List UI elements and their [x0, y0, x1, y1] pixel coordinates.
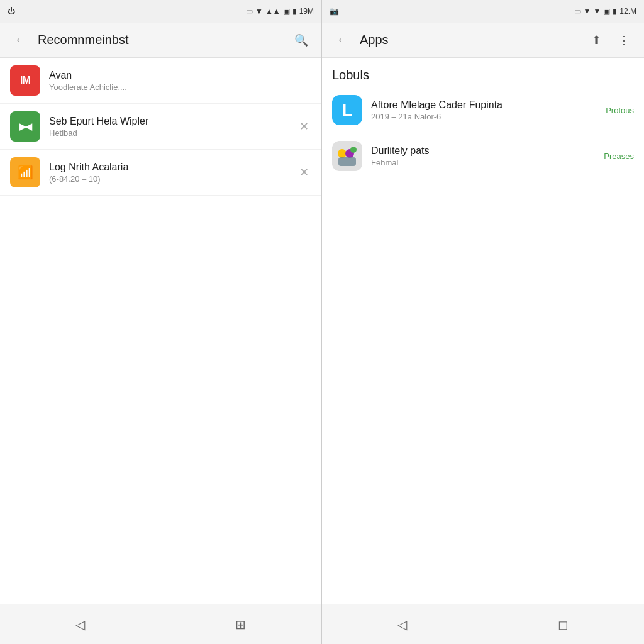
back-button-right[interactable]: ← — [332, 30, 352, 50]
back-nav-button-right[interactable]: ◁ — [382, 612, 422, 637]
recommendations-list: IM Avan Yoodlerate Achiclie.... ▶◀ Seb E… — [0, 58, 321, 604]
list-item[interactable]: L Aftore Mlelage Cader Fupinta 2019 – 21… — [322, 87, 644, 133]
home-nav-button[interactable]: ⊞ — [220, 612, 261, 637]
battery-icon: ▮ — [292, 7, 297, 16]
page-title-left: Recomnmeinbst — [38, 33, 284, 47]
item-title: Seb Epurt Hela Wipler — [49, 116, 288, 127]
recents-nav-button[interactable]: ◻ — [543, 612, 584, 637]
item-title: Durlitely pats — [371, 145, 595, 157]
svg-point-1 — [338, 149, 347, 158]
share-button[interactable]: ⬆ — [586, 30, 606, 50]
signal-icon: ▲▲ — [265, 7, 280, 16]
list-item[interactable]: IM Avan Yoodlerate Achiclie.... — [0, 58, 321, 104]
more-button[interactable]: ⋮ — [614, 30, 634, 50]
item-subtitle: Fehmal — [371, 158, 595, 167]
status-left-right: 📷 — [330, 7, 339, 16]
wifi-icon2: ▼ — [584, 7, 591, 16]
item-subtitle: (6-84.20 – 10) — [49, 174, 288, 184]
item-text-avan: Avan Yoodlerate Achiclie.... — [49, 70, 311, 92]
apps-list: L Aftore Mlelage Cader Fupinta 2019 – 21… — [322, 87, 644, 604]
close-button[interactable]: ✕ — [297, 117, 311, 136]
close-button[interactable]: ✕ — [297, 163, 311, 182]
back-nav-button[interactable]: ◁ — [60, 612, 100, 637]
app-bar-right: ← Apps ⬆ ⋮ — [322, 23, 644, 58]
status-left-icons: ⏻ — [8, 7, 15, 16]
status-bar-left: ⏻ ▭ ▼ ▲▲ ▣ ▮ 19M — [0, 0, 321, 23]
list-item[interactable]: Durlitely pats Fehmal Preases — [322, 133, 644, 179]
item-subtitle: 2019 – 21a Nalor-6 — [371, 112, 597, 121]
app-icon-l: L — [332, 95, 362, 125]
app-badge: Preases — [604, 152, 634, 161]
app-icon-log: 📶 — [10, 157, 40, 187]
svg-point-4 — [350, 147, 357, 153]
power-icon: ⏻ — [8, 7, 15, 16]
status-right-right: ▭ ▼ ▼ ▣ ▮ 12.M — [574, 7, 636, 16]
status-right-info: ▭ ▼ ▲▲ ▣ ▮ 19M — [246, 7, 314, 16]
search-button[interactable]: 🔍 — [291, 30, 311, 50]
data-label: 19M — [299, 7, 314, 16]
page-title-right: Apps — [360, 33, 579, 47]
bottom-nav-left: ◁ ⊞ — [0, 604, 321, 644]
item-text-seb: Seb Epurt Hela Wipler Hetlbad — [49, 116, 288, 138]
list-item[interactable]: 📶 Log Nrith Acalaria (6-84.20 – 10) ✕ — [0, 150, 321, 196]
section-title: Lobuls — [322, 58, 644, 87]
colorful-dots-svg — [332, 141, 362, 171]
app-icon-durlitely — [332, 141, 362, 171]
item-subtitle: Yoodlerate Achiclie.... — [49, 82, 311, 92]
back-button-left[interactable]: ← — [10, 30, 30, 50]
item-text-durlitely: Durlitely pats Fehmal — [371, 145, 595, 167]
panel-left: ⏻ ▭ ▼ ▲▲ ▣ ▮ 19M ← Recomnmeinbst 🔍 IM Av… — [0, 0, 322, 644]
camera-icon: 📷 — [330, 7, 339, 16]
wifi-icon: ▼ — [255, 7, 263, 16]
wifi-icon3: ▼ — [593, 7, 601, 16]
status-bar-right: 📷 ▭ ▼ ▼ ▣ ▮ 12.M — [322, 0, 644, 23]
app-icon-seb: ▶◀ — [10, 111, 40, 142]
item-text-log: Log Nrith Acalaria (6-84.20 – 10) — [49, 162, 288, 184]
sim-icon: ▣ — [283, 7, 290, 16]
data-label2: 12.M — [619, 7, 636, 16]
svg-rect-3 — [338, 157, 356, 166]
battery-icon2: ▮ — [613, 7, 617, 16]
panel-right: 📷 ▭ ▼ ▼ ▣ ▮ 12.M ← Apps ⬆ ⋮ Lobuls L Aft… — [322, 0, 644, 644]
app-icon-avan: IM — [10, 65, 40, 96]
bottom-nav-right: ◁ ◻ — [322, 604, 644, 644]
item-title: Log Nrith Acalaria — [49, 162, 288, 173]
square-icon2: ▭ — [574, 7, 581, 16]
sim-icon2: ▣ — [603, 7, 610, 16]
item-text-aftore: Aftore Mlelage Cader Fupinta 2019 – 21a … — [371, 99, 597, 121]
item-subtitle: Hetlbad — [49, 128, 288, 138]
item-title: Avan — [49, 70, 311, 81]
list-item[interactable]: ▶◀ Seb Epurt Hela Wipler Hetlbad ✕ — [0, 104, 321, 150]
item-title: Aftore Mlelage Cader Fupinta — [371, 99, 597, 111]
square-icon: ▭ — [246, 7, 253, 16]
app-badge: Protous — [606, 106, 634, 115]
app-bar-left: ← Recomnmeinbst 🔍 — [0, 23, 321, 58]
